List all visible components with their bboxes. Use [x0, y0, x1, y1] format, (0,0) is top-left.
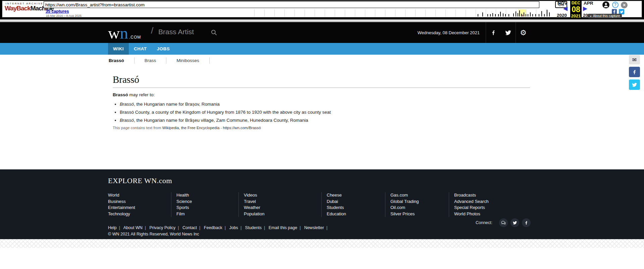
footer-utility-link[interactable]: Help — [108, 225, 117, 230]
list-item: Brassó, the Hungarian name for Brăşeu vi… — [120, 118, 531, 123]
next-capture-arrow[interactable]: ▶ — [583, 6, 587, 11]
wayback-machine-logo[interactable]: INTERNET ARCHIVE WayBackMachine — [5, 2, 44, 11]
capture-bar — [541, 11, 542, 16]
capture-bar — [478, 14, 478, 16]
footer-link[interactable]: Weather — [244, 205, 321, 211]
footer-link[interactable]: Silver Prices — [390, 211, 449, 217]
tab-brass[interactable]: Brass — [135, 57, 167, 64]
help-icon[interactable]: ? — [612, 2, 619, 8]
footer-link[interactable]: Oil.com — [390, 205, 449, 211]
wikipedia-link[interactable]: Wikipedia, the Free Encyclopedia — [162, 126, 220, 130]
footer-column: World Business Entertainment Technology — [108, 192, 171, 217]
about-this-capture-button[interactable]: ▼About this capture — [588, 14, 622, 18]
header-facebook-icon[interactable] — [486, 22, 501, 43]
header-twitter-icon[interactable] — [501, 22, 516, 43]
footer-link[interactable]: Business — [108, 199, 171, 205]
close-toolbar-icon[interactable]: ✕ — [621, 2, 628, 8]
capture-bar — [521, 14, 522, 16]
capture-bar — [539, 14, 539, 16]
footer-link[interactable]: Cheese — [327, 192, 385, 199]
captures-link[interactable]: 35 captures — [46, 9, 69, 14]
facebook-share-icon[interactable] — [612, 9, 617, 14]
nav-tab-wiki[interactable]: WIKI — [108, 43, 129, 55]
capture-bar — [524, 12, 524, 16]
capture-bar — [519, 10, 520, 16]
footer-link[interactable]: Entertainment — [108, 205, 171, 211]
footer-utility-link[interactable]: Students — [245, 225, 262, 230]
capture-bar — [530, 12, 531, 16]
footer-link[interactable]: Global Trading — [390, 199, 449, 205]
source-attribution: This page contains text from Wikipedia, … — [113, 126, 531, 130]
footer-link[interactable]: World Photos — [454, 211, 525, 217]
footer-column: Cheese Dubai Students Education — [321, 192, 385, 217]
wn-logo[interactable]: wn.COM — [108, 23, 141, 43]
tab-brasso[interactable]: Brassó — [108, 57, 135, 64]
capture-bar — [487, 14, 488, 16]
facebook-connect-icon[interactable] — [522, 218, 531, 227]
disambiguation-list: Brassó, the Hungarian name for Brașov, R… — [113, 102, 531, 123]
capture-bar — [535, 14, 536, 16]
source-url-link[interactable]: https://wn.com/Brassó — [223, 126, 261, 130]
footer-utility-link[interactable]: Feedback — [204, 225, 222, 230]
footer-utility-link[interactable]: Privacy Policy — [149, 225, 175, 230]
wayback-logo-text: WayBack — [5, 5, 31, 12]
current-year-label: 2021 — [571, 13, 581, 18]
capture-date-range: 16 Mar 2016 – 8 Aug 2025 — [46, 14, 82, 17]
capture-bar — [503, 13, 503, 16]
footer-link[interactable]: World — [108, 192, 171, 199]
footer-utility-link[interactable]: Newsletter — [304, 225, 324, 230]
chat-icon[interactable] — [499, 218, 508, 227]
footer-link[interactable]: Health — [176, 192, 238, 199]
footer-link[interactable]: Education — [327, 211, 385, 217]
capture-bar — [498, 14, 499, 16]
footer-link[interactable]: Gas.com — [390, 192, 449, 199]
footer-link[interactable]: Videos — [244, 192, 321, 199]
header-date: Wednesday, 08 December 2021 — [418, 30, 486, 35]
capture-bar — [508, 14, 509, 16]
footer-link[interactable]: Advanced Search — [454, 199, 525, 205]
facebook-share-button[interactable] — [629, 67, 640, 77]
footer-link[interactable]: Film — [176, 211, 238, 217]
footer-link[interactable]: Population — [244, 211, 321, 217]
page: INTERNET ARCHIVE WayBackMachine 35 captu… — [0, 0, 644, 269]
capture-timeline[interactable] — [254, 9, 553, 16]
email-share-button[interactable]: ✉ — [629, 55, 640, 64]
footer-utility-link[interactable]: Contact — [182, 225, 197, 230]
list-item: Brassó, the Hungarian name for Brașov, R… — [120, 102, 531, 107]
nav-tab-jobs[interactable]: JOBS — [152, 43, 175, 55]
capture-bar — [495, 14, 496, 16]
footer-link-columns: World Business Entertainment Technology … — [108, 192, 531, 217]
tab-minibosses[interactable]: Minibosses — [166, 57, 210, 64]
footer-link[interactable]: Sports — [176, 205, 238, 211]
footer-utility-link[interactable]: About WN — [123, 225, 143, 230]
footer-link[interactable]: Technology — [108, 211, 171, 217]
search-icon[interactable] — [211, 29, 217, 36]
footer-link[interactable]: Students — [327, 205, 385, 211]
footer-link[interactable]: Science — [176, 199, 238, 205]
list-item: Brassó County, a county of the Kingdom o… — [120, 110, 531, 115]
article: Brassó Brassó may refer to: Brassó, the … — [108, 74, 531, 130]
capture-bar — [528, 14, 528, 16]
capture-bar — [482, 12, 483, 16]
footer-link[interactable]: Special Reports — [454, 205, 525, 211]
footer-utility-link[interactable]: Email this page — [269, 225, 297, 230]
footer-utility-link[interactable]: Jobs — [229, 225, 238, 230]
page-title: Brass Artist — [158, 28, 194, 36]
prev-capture-arrow[interactable]: ◀ — [563, 6, 568, 11]
footer-link[interactable]: Dubai — [327, 199, 385, 205]
nav-tab-chat[interactable]: CHAT — [129, 43, 152, 55]
prev-year-label[interactable]: 2020 — [557, 13, 567, 18]
twitter-share-button[interactable] — [629, 79, 640, 90]
wayback-toolbar: INTERNET ARCHIVE WayBackMachine 35 captu… — [0, 0, 644, 19]
footer-link[interactable]: Travel — [244, 199, 321, 205]
footer-column: Videos Travel Weather Population — [238, 192, 321, 217]
capture-bar — [547, 10, 547, 16]
footer-link[interactable]: Broadcasts — [454, 192, 525, 199]
content-area: Brassó Brass Minibosses Brassó Brassó ma… — [0, 55, 644, 169]
topic-tabs: Brassó Brass Minibosses — [108, 55, 531, 65]
settings-gear-icon[interactable]: ⚙ — [516, 22, 531, 43]
account-icon[interactable] — [602, 1, 609, 8]
wayback-url-input[interactable] — [44, 1, 539, 8]
twitter-connect-icon[interactable] — [511, 218, 519, 227]
current-month-label: DEC — [572, 1, 580, 5]
